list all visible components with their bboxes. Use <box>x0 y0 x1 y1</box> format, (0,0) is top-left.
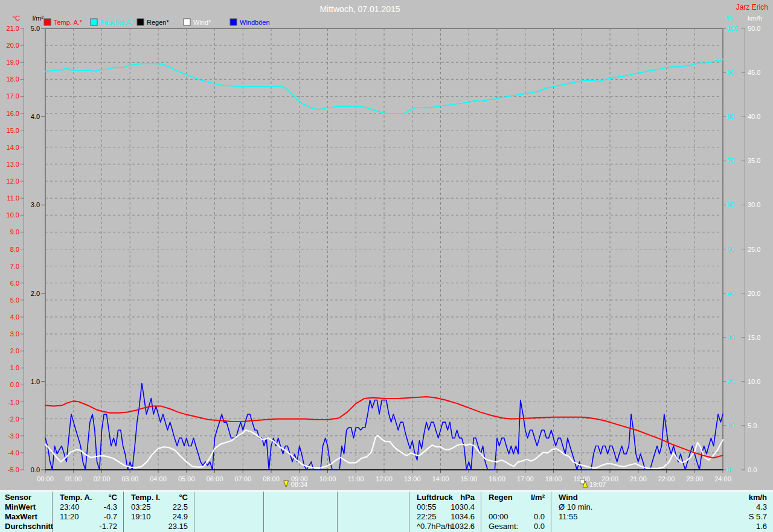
table-cell: 11:20 <box>60 512 79 522</box>
humidity-axis-tick-label: 70 <box>727 157 734 164</box>
legend-swatch-icon <box>44 19 51 25</box>
table-column-tempa: Temp. A.°C23:40-4.311:20-0.7-1.72 <box>53 492 124 532</box>
table-cell: 1.6 <box>756 522 767 531</box>
legend-item-regen[interactable]: Regen* <box>137 19 169 26</box>
table-column-empty <box>194 492 264 532</box>
temp-axis-tick-label: 21.0 <box>7 25 19 32</box>
time-axis-label: 02:00 <box>94 475 111 482</box>
table-cell: 1032.6 <box>451 522 475 531</box>
table-header-unit: °C <box>108 493 117 502</box>
temp-axis-tick-label: 6.0 <box>10 280 19 287</box>
wind-axis-tick-label: 5.0 <box>748 422 757 429</box>
time-axis-label: 03:00 <box>121 475 138 482</box>
temp-axis-tick-label: 12.0 <box>7 178 19 185</box>
temp-axis-tick-label: 5.0 <box>10 296 19 304</box>
legend-swatch-icon <box>184 19 190 25</box>
table-column-tempi: Temp. I.°C03:2522.519:1024.923.15 <box>124 492 194 532</box>
table-column-empty <box>338 492 409 532</box>
table-header-unit: l/m² <box>531 493 545 502</box>
temp-axis-tick-label: 20.0 <box>7 42 19 49</box>
rain-axis-tick-label: 2.0 <box>31 290 40 297</box>
temp-axis-unit: °C <box>13 14 20 22</box>
table-cell: 1034.6 <box>451 512 475 522</box>
table-row-label: Sensor <box>5 493 52 502</box>
table-cell: Ø 10 min. <box>559 502 592 512</box>
table-cell: -1.72 <box>99 522 117 531</box>
legend-swatch-icon <box>137 19 144 25</box>
time-axis-label: 12:00 <box>376 475 393 482</box>
statistics-table: SensorMinWertMaxWertDurchschnittTemp. A.… <box>0 490 773 532</box>
rain-axis-tick-label: 1.0 <box>31 378 40 385</box>
table-column-empty <box>264 492 338 532</box>
time-axis-label: 01:00 <box>65 475 82 482</box>
temp-axis-tick-label: 1.0 <box>10 364 19 371</box>
temp-axis-tick-label: 2.0 <box>10 347 19 354</box>
temp-axis-tick-label: 15.0 <box>7 127 19 134</box>
wind-axis-tick-label: 40.0 <box>748 113 760 120</box>
table-cell: 00:55 <box>417 502 437 512</box>
table-cell: 11:55 <box>559 512 578 522</box>
sunrise-time-label: 08:34 <box>291 481 308 488</box>
temp-axis-tick-label: -2.0 <box>8 415 19 423</box>
sunset-time-label: 19:07 <box>589 481 606 488</box>
rain-axis-tick-label: 0.0 <box>31 466 40 473</box>
table-row-label-column: SensorMinWertMaxWertDurchschnitt <box>0 492 53 532</box>
table-cell: 1030.4 <box>451 502 475 512</box>
table-row-label: MaxWert <box>5 512 52 522</box>
humidity-axis-tick-label: 20 <box>727 378 734 385</box>
time-axis-label: 21:00 <box>630 475 647 482</box>
time-axis-label: 06:00 <box>207 475 223 482</box>
wind-axis-tick-label: 30.0 <box>748 201 760 208</box>
legend-item-wind[interactable]: Wind* <box>184 19 211 26</box>
humidity-axis-tick-label: 0 <box>727 466 731 473</box>
table-cell: -0.7 <box>104 512 117 522</box>
temp-axis-tick-label: 16.0 <box>7 110 19 117</box>
humidity-axis-tick-label: 30 <box>727 334 734 341</box>
table-cell: 19:10 <box>131 512 151 522</box>
temp-axis-tick-label: 0.0 <box>10 381 19 388</box>
wind-axis-tick-label: 0.0 <box>748 466 757 473</box>
temp-axis-tick-label: 8.0 <box>10 246 19 253</box>
temp-axis-tick-label: 9.0 <box>10 228 19 236</box>
time-axis-label: 16:00 <box>489 475 505 482</box>
wind-axis-unit: km/h <box>748 14 762 22</box>
wind-axis-tick-label: 35.0 <box>748 157 760 164</box>
table-cell: 23.15 <box>168 522 188 531</box>
table-header-unit: km/h <box>749 493 767 502</box>
table-cell: 0.0 <box>534 522 545 531</box>
weather-chart: Mittwoch, 07.01.2015Jarz ErichTemp. A.*F… <box>0 0 773 490</box>
temp-axis-tick-label: 11.0 <box>7 194 19 202</box>
humidity-axis-unit: % <box>726 14 733 22</box>
table-header-cell: Regen <box>489 493 513 502</box>
temp-axis-tick-label: 7.0 <box>10 263 19 270</box>
wind-axis-tick-label: 15.0 <box>748 334 760 341</box>
legend-item-tempa[interactable]: Temp. A.* <box>44 19 83 26</box>
legend-label: Wind* <box>193 19 211 26</box>
time-axis-label: 10:00 <box>319 475 336 482</box>
table-cell: S 5.7 <box>749 512 767 522</box>
temp-axis-tick-label: 17.0 <box>7 92 19 100</box>
wind-axis-tick-label: 50.0 <box>748 25 760 32</box>
table-cell: 22.5 <box>173 502 188 512</box>
user-name: Jarz Erich <box>736 3 768 11</box>
temp-axis-tick-label: 19.0 <box>7 59 19 66</box>
moon-marker-icon <box>580 479 585 484</box>
humidity-axis-tick-label: 50 <box>727 246 734 253</box>
humidity-axis-tick-label: 80 <box>727 113 734 120</box>
time-axis-label: 17:00 <box>517 475 534 482</box>
table-header-unit: °C <box>179 493 188 502</box>
time-axis-label: 18:00 <box>545 475 562 482</box>
table-cell: 23:40 <box>60 502 80 512</box>
table-header-cell: Luftdruck <box>417 493 453 502</box>
temp-axis-tick-label: 14.0 <box>7 144 19 151</box>
legend-label: Regen* <box>147 19 169 26</box>
table-column-wind: Windkm/hØ 10 min.4.311:55S 5.71.6 <box>551 492 773 532</box>
sun-down-marker-icon <box>284 481 289 487</box>
table-cell: -4.3 <box>104 502 117 512</box>
legend-item-windben[interactable]: Windböen <box>230 19 270 26</box>
temp-axis-tick-label: -4.0 <box>8 449 19 457</box>
table-cell: 24.9 <box>173 512 188 522</box>
wind-axis-tick-label: 45.0 <box>748 69 760 76</box>
legend-item-feuchtea[interactable]: Feuchte A.* <box>91 19 135 26</box>
table-cell: 03:25 <box>131 502 151 512</box>
